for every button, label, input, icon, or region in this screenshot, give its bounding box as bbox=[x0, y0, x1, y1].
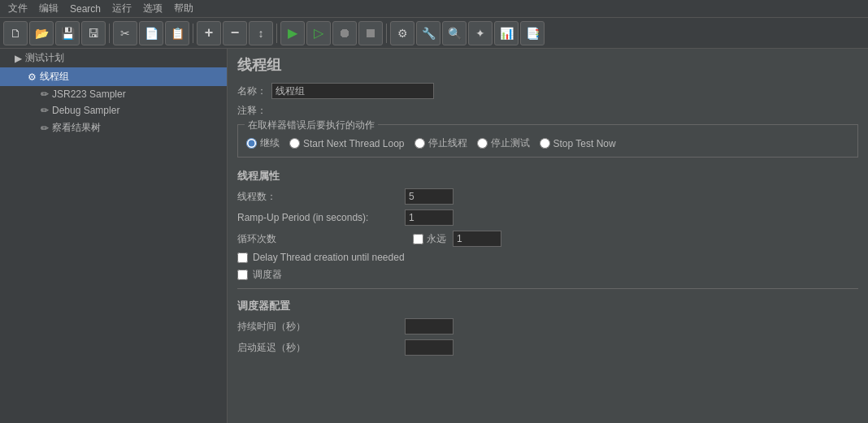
tree-item-thread-group[interactable]: ⚙ 线程组 bbox=[0, 67, 227, 86]
delay-creation-label: Delay Thread creation until needed bbox=[253, 252, 405, 263]
thread-count-input[interactable] bbox=[405, 188, 454, 205]
radio-start-next-input[interactable] bbox=[289, 138, 300, 149]
scheduler-checkbox[interactable] bbox=[237, 270, 248, 280]
copy-button[interactable]: 📄 bbox=[139, 21, 163, 45]
sep4 bbox=[386, 24, 387, 43]
radio-continue-label: 继续 bbox=[260, 136, 280, 150]
main-layout: ▶ 测试计划 ⚙ 线程组 ✏ JSR223 Sampler ✏ Debug Sa… bbox=[0, 49, 868, 423]
menu-search[interactable]: Search bbox=[65, 2, 106, 16]
menu-options[interactable]: 选项 bbox=[138, 0, 167, 17]
jsr223-label: JSR223 Sampler bbox=[52, 88, 126, 100]
new-button[interactable]: 🗋 bbox=[3, 21, 28, 45]
duration-label: 持续时间（秒） bbox=[237, 320, 400, 334]
forever-checkbox-label[interactable]: 永远 bbox=[413, 232, 446, 246]
settings-button[interactable]: ⚙ bbox=[390, 21, 414, 45]
results-tree-label: 察看结果树 bbox=[52, 121, 101, 135]
delay-creation-row: Delay Thread creation until needed bbox=[237, 252, 858, 263]
search-button[interactable]: 🔍 bbox=[442, 21, 467, 45]
paste-button[interactable]: 📋 bbox=[165, 21, 189, 45]
duration-row: 持续时间（秒） bbox=[237, 318, 858, 335]
ramp-up-label: Ramp-Up Period (in seconds): bbox=[237, 212, 400, 223]
stop-button[interactable]: ⏺ bbox=[332, 21, 357, 45]
forever-checkbox[interactable] bbox=[413, 234, 423, 244]
start-delay-input[interactable] bbox=[405, 339, 454, 356]
radio-stop-test-now[interactable]: Stop Test Now bbox=[540, 138, 616, 149]
start-delay-label: 启动延迟（秒） bbox=[237, 341, 400, 355]
settings2-button[interactable]: 🔧 bbox=[416, 21, 441, 45]
jsr223-icon: ✏ bbox=[41, 88, 49, 100]
menu-file[interactable]: 文件 bbox=[3, 0, 33, 17]
comment-row: 注释： bbox=[237, 104, 858, 118]
tree-item-results-tree[interactable]: ✏ 察看结果树 bbox=[0, 119, 227, 137]
forever-label: 永远 bbox=[427, 232, 446, 246]
thread-count-label: 线程数： bbox=[237, 190, 400, 204]
save-button[interactable]: 💾 bbox=[55, 21, 80, 45]
debug-sampler-label: Debug Sampler bbox=[52, 105, 119, 116]
radio-start-next[interactable]: Start Next Thread Loop bbox=[289, 138, 405, 149]
tree-item-debug-sampler[interactable]: ✏ Debug Sampler bbox=[0, 102, 227, 119]
radio-continue[interactable]: 继续 bbox=[246, 136, 280, 150]
menu-bar: 文件 编辑 Search 运行 选项 帮助 bbox=[0, 0, 868, 18]
radio-continue-input[interactable] bbox=[246, 138, 257, 149]
scheduler-row: 调度器 bbox=[237, 268, 858, 282]
comment-label: 注释： bbox=[237, 104, 267, 118]
scheduler-label: 调度器 bbox=[253, 268, 282, 282]
thread-group-label: 线程组 bbox=[40, 70, 69, 84]
name-input[interactable] bbox=[271, 83, 434, 99]
remove-button[interactable]: − bbox=[223, 21, 247, 45]
content-panel: 线程组 名称： 注释： 在取样器错误后要执行的动作 继续 Start Next … bbox=[228, 49, 868, 423]
ramp-up-input[interactable] bbox=[405, 209, 454, 226]
radio-stop-thread-input[interactable] bbox=[414, 138, 425, 149]
loop-count-input[interactable] bbox=[453, 231, 501, 247]
radio-stop-thread-label: 停止线程 bbox=[428, 136, 467, 150]
radio-stop-test-label: 停止测试 bbox=[491, 136, 530, 150]
add-button[interactable]: + bbox=[197, 21, 221, 45]
toggle-button[interactable]: ↕ bbox=[249, 21, 273, 45]
test-plan-icon: ▶ bbox=[15, 53, 22, 64]
radio-stop-test-now-input[interactable] bbox=[540, 138, 550, 149]
report-button[interactable]: 📊 bbox=[494, 21, 519, 45]
stop-now-button[interactable]: ⏹ bbox=[358, 21, 383, 45]
sep3 bbox=[276, 24, 277, 43]
radio-stop-thread[interactable]: 停止线程 bbox=[414, 136, 467, 150]
error-action-title: 在取样器错误后要执行的动作 bbox=[245, 119, 378, 132]
error-action-box: 在取样器错误后要执行的动作 继续 Start Next Thread Loop … bbox=[237, 124, 858, 158]
name-label: 名称： bbox=[237, 84, 267, 98]
thread-group-icon: ⚙ bbox=[28, 71, 37, 83]
thread-count-row: 线程数： bbox=[237, 188, 858, 205]
scheduler-config-title: 调度器配置 bbox=[237, 296, 858, 313]
start-delay-row: 启动延迟（秒） bbox=[237, 339, 858, 356]
highlight-button[interactable]: ✦ bbox=[468, 21, 493, 45]
divider bbox=[237, 288, 858, 289]
name-row: 名称： bbox=[237, 83, 858, 99]
tree-item-test-plan[interactable]: ▶ 测试计划 bbox=[0, 49, 227, 67]
menu-edit[interactable]: 编辑 bbox=[34, 0, 63, 17]
menu-help[interactable]: 帮助 bbox=[169, 0, 198, 17]
radio-group: 继续 Start Next Thread Loop 停止线程 停止测试 Stop… bbox=[246, 136, 849, 150]
delay-creation-checkbox[interactable] bbox=[237, 253, 248, 263]
save-as-button[interactable]: 🖫 bbox=[81, 21, 106, 45]
menu-run[interactable]: 运行 bbox=[107, 0, 137, 17]
loop-count-row: 循环次数 永远 bbox=[237, 231, 858, 247]
debug-sampler-icon: ✏ bbox=[41, 105, 49, 116]
radio-stop-test-input[interactable] bbox=[477, 138, 488, 149]
loop-count-label: 循环次数 bbox=[237, 232, 400, 246]
results-tree-icon: ✏ bbox=[41, 123, 49, 134]
radio-stop-test-now-label: Stop Test Now bbox=[553, 138, 616, 149]
run-no-pause-button[interactable]: ▷ bbox=[306, 21, 331, 45]
sep1 bbox=[109, 24, 110, 43]
sep2 bbox=[193, 24, 193, 43]
ramp-up-row: Ramp-Up Period (in seconds): bbox=[237, 209, 858, 226]
cut-button[interactable]: ✂ bbox=[113, 21, 137, 45]
panel-title: 线程组 bbox=[237, 55, 858, 75]
radio-stop-test[interactable]: 停止测试 bbox=[477, 136, 530, 150]
open-button[interactable]: 📂 bbox=[29, 21, 54, 45]
run-button[interactable]: ▶ bbox=[280, 21, 305, 45]
toolbar: 🗋 📂 💾 🖫 ✂ 📄 📋 + − ↕ ▶ ▷ ⏺ ⏹ ⚙ 🔧 🔍 ✦ 📊 📑 bbox=[0, 18, 868, 49]
extra-button[interactable]: 📑 bbox=[520, 21, 545, 45]
radio-start-next-label: Start Next Thread Loop bbox=[303, 138, 405, 149]
tree-item-jsr223[interactable]: ✏ JSR223 Sampler bbox=[0, 86, 227, 102]
test-plan-label: 测试计划 bbox=[25, 51, 64, 65]
duration-input[interactable] bbox=[405, 318, 454, 335]
thread-props-title: 线程属性 bbox=[237, 166, 858, 183]
